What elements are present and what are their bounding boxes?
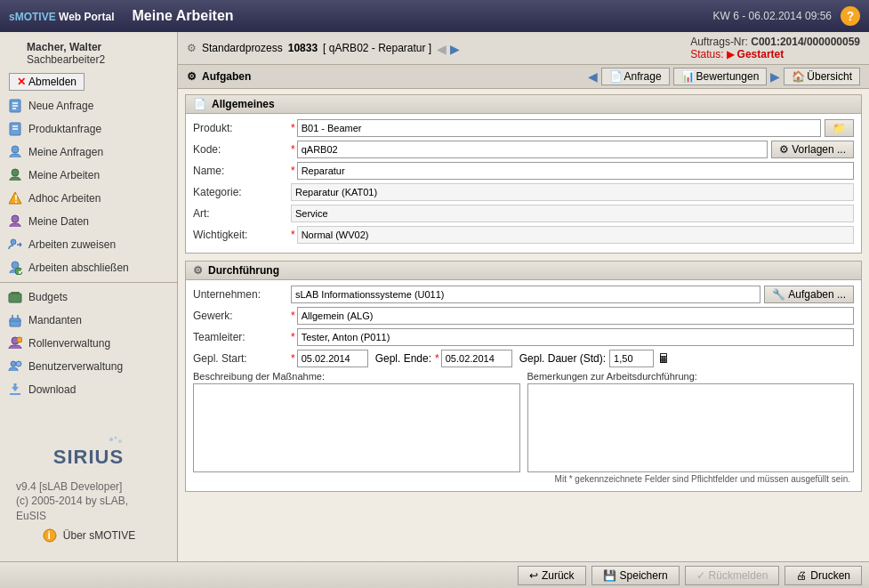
sirius-dots-icon — [107, 435, 125, 453]
status-row: Status: ▶ Gestartet — [690, 48, 860, 60]
bemerkungen-textarea[interactable] — [527, 383, 855, 472]
sidebar-item-arbeiten-abschliessen[interactable]: ✓ Arbeiten abschließen — [0, 256, 177, 279]
bewertungen-button[interactable]: 📊 Bewertungen — [673, 68, 768, 85]
sidebar-divider — [0, 282, 177, 283]
gewerk-label: Gewerk: — [193, 310, 291, 322]
print-button[interactable]: 🖨 Drucken — [785, 566, 862, 585]
gepl-dauer-input[interactable] — [609, 350, 654, 367]
gewerk-input[interactable] — [297, 307, 854, 325]
art-label: Art: — [193, 207, 291, 220]
sidebar-label: Budgets — [28, 291, 68, 303]
sidebar-label: Neue Anfrage — [28, 100, 93, 112]
beschreibung-textarea[interactable] — [193, 383, 520, 472]
section-allgemein-title: Allgemeines — [212, 98, 275, 110]
sidebar-item-budgets[interactable]: Budgets — [0, 286, 177, 309]
my-data-icon — [7, 213, 23, 230]
beschreibung-col: Beschreibung der Maßnahme: — [193, 371, 520, 472]
section-durchfuehrung-body: Unternehmen: 🔧 Aufgaben ... Gewerk: * — [186, 280, 861, 491]
section-durchfuehrung: ⚙ Durchführung Unternehmen: 🔧 Aufgaben .… — [185, 261, 862, 492]
adhoc-work-icon: ! — [7, 190, 23, 206]
sidebar-item-about[interactable]: i Über sMOTIVE — [35, 524, 142, 547]
unternehmen-row: Unternehmen: 🔧 Aufgaben ... — [193, 286, 854, 303]
task-header: ⚙ Aufgaben ◀ 📄 Anfrage 📊 Bewertungen ▶ 🏠… — [178, 65, 869, 89]
sidebar-item-neue-anfrage[interactable]: Neue Anfrage — [0, 94, 177, 117]
sirius-logo-area: SIRIUS — [53, 435, 125, 479]
vorlagen-button[interactable]: ⚙ Vorlagen ... — [771, 141, 854, 158]
sidebar-item-produktanfrage[interactable]: Produktanfrage — [0, 117, 177, 141]
nav-back-arrow[interactable]: ◀ — [437, 42, 447, 56]
sidebar-item-download[interactable]: Download — [0, 378, 177, 401]
sidebar-label: Arbeiten zuweisen — [28, 238, 116, 251]
print-label: Drucken — [810, 569, 850, 582]
unternehmen-input-group: 🔧 Aufgaben ... — [291, 286, 854, 303]
sidebar-label: Adhoc Arbeiten — [28, 192, 101, 205]
svg-point-32 — [109, 438, 113, 441]
sidebar: Macher, Walter Sachbearbeiter2 ✕ Abmelde… — [0, 32, 178, 561]
sidebar-label: Arbeiten abschließen — [28, 262, 129, 274]
save-label: Speichern — [620, 569, 668, 582]
sidebar-item-meine-arbeiten[interactable]: Meine Arbeiten — [0, 164, 177, 187]
unternehmen-input[interactable] — [291, 286, 760, 303]
section-allgemein-header: 📄 Allgemeines — [186, 95, 861, 114]
gepl-ende-input[interactable] — [441, 350, 512, 367]
bemerkungen-label: Bemerkungen zur Arbeitsdurchführung: — [527, 371, 855, 382]
sidebar-item-benutzerverwaltung[interactable]: Benutzerverwaltung — [0, 355, 177, 378]
kategorie-input — [291, 183, 854, 201]
gewerk-row: Gewerk: * — [193, 307, 854, 325]
sidebar-label: Rollenverwaltung — [28, 337, 110, 350]
save-icon: 💾 — [603, 569, 616, 582]
uebersicht-button[interactable]: 🏠 Übersicht — [784, 68, 860, 85]
gepl-start-label: Gepl. Start: — [193, 352, 291, 365]
section-allgemein: 📄 Allgemeines Produkt: * 📁 — [185, 94, 862, 254]
x-icon: ✕ — [17, 76, 26, 88]
my-requests-icon — [7, 144, 23, 160]
back-button[interactable]: ↩ Zurück — [518, 566, 586, 585]
produkt-label: Produkt: — [193, 122, 291, 134]
help-button[interactable]: ? — [841, 6, 860, 26]
logo-portal: Web Portal — [56, 11, 115, 23]
chart-icon: 📊 — [681, 70, 695, 83]
status-value: Gestartet — [737, 48, 785, 60]
mandants-icon — [7, 312, 23, 328]
sidebar-item-adhoc[interactable]: ! Adhoc Arbeiten — [0, 187, 177, 210]
produkt-input[interactable] — [297, 119, 821, 137]
aufgaben-button[interactable]: 🔧 Aufgaben ... — [764, 286, 854, 303]
gepl-start-input[interactable] — [297, 350, 368, 367]
form-content: 📄 Allgemeines Produkt: * 📁 — [178, 89, 869, 561]
about-icon: i — [42, 528, 58, 544]
anfrage-button[interactable]: 📄 Anfrage — [601, 68, 670, 85]
produkt-required: * — [291, 122, 295, 134]
sidebar-item-rollenverwaltung[interactable]: Rollenverwaltung — [0, 332, 177, 355]
task-nav-back[interactable]: ◀ — [588, 69, 598, 84]
svg-point-28 — [16, 361, 21, 366]
logout-label: Abmelden — [28, 76, 76, 88]
sidebar-item-meine-anfragen[interactable]: Meine Anfragen — [0, 141, 177, 164]
task-title: Aufgaben — [202, 70, 251, 83]
svg-rect-31 — [14, 383, 17, 388]
art-input — [291, 205, 854, 222]
teamleiter-input[interactable] — [297, 328, 854, 346]
my-work-icon — [7, 167, 23, 183]
kode-input-group: ⚙ Vorlagen ... — [297, 141, 854, 158]
task-nav-forward[interactable]: ▶ — [770, 69, 780, 84]
gear-icon: ⚙ — [187, 42, 197, 54]
wichtigkeit-row: Wichtigkeit: * — [193, 226, 854, 244]
sidebar-item-meine-daten[interactable]: Meine Daten — [0, 210, 177, 233]
kode-input[interactable] — [297, 141, 768, 158]
sidebar-item-mandanten[interactable]: Mandanten — [0, 309, 177, 332]
name-input[interactable] — [297, 162, 854, 180]
svg-point-12 — [11, 239, 16, 245]
calc-icon[interactable]: 🖩 — [657, 351, 670, 366]
save-button[interactable]: 💾 Speichern — [591, 566, 680, 585]
wrench-icon: 🔧 — [772, 288, 785, 301]
nav-forward-arrow[interactable]: ▶ — [450, 42, 460, 56]
feedback-button[interactable]: ✓ Rückmelden — [685, 566, 780, 585]
logout-button[interactable]: ✕ Abmelden — [9, 73, 84, 91]
produkt-browse-button[interactable]: 📁 — [825, 119, 854, 137]
beschreibung-label: Beschreibung der Maßnahme: — [193, 371, 520, 382]
product-request-icon — [7, 121, 23, 137]
sidebar-item-arbeiten-zuweisen[interactable]: Arbeiten zuweisen — [0, 233, 177, 256]
task-header-left: ⚙ Aufgaben — [187, 70, 251, 83]
close-work-icon: ✓ — [7, 260, 23, 276]
process-detail: [ qARB02 - Reparatur ] — [323, 42, 431, 54]
